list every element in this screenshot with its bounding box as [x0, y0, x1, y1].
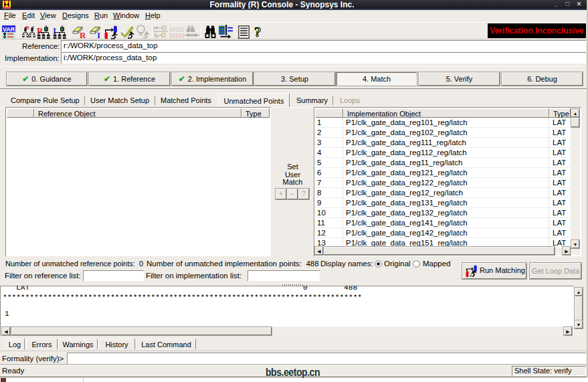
svg-text:R: R — [37, 25, 43, 35]
svg-text:01101: 01101 — [169, 32, 184, 38]
svg-text:I: I — [97, 30, 100, 39]
svg-text:?: ? — [254, 25, 262, 39]
svg-text:VAR: VAR — [3, 26, 15, 33]
svg-text:R: R — [80, 30, 86, 39]
